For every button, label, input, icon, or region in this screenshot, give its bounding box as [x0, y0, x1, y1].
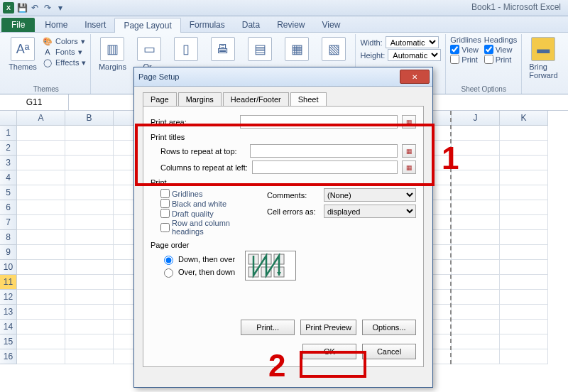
cols-repeat-input[interactable]: [252, 160, 398, 174]
gridlines-view-check[interactable]: View: [450, 45, 481, 54]
row-header[interactable]: 16: [0, 349, 17, 364]
fonts-button[interactable]: AFonts▾: [43, 47, 86, 57]
cancel-button[interactable]: Cancel: [362, 344, 416, 359]
dialog-tab-margins[interactable]: Margins: [178, 92, 222, 106]
cell[interactable]: [452, 290, 500, 305]
dialog-tab-page[interactable]: Page: [143, 92, 177, 106]
row-header[interactable]: 10: [0, 260, 17, 275]
order-over-radio[interactable]: Over, then down: [160, 266, 235, 278]
cell[interactable]: [500, 170, 548, 185]
cell[interactable]: [65, 305, 114, 320]
tab-home[interactable]: Home: [36, 18, 76, 32]
cell[interactable]: [65, 334, 114, 349]
cell[interactable]: [500, 126, 548, 141]
cell[interactable]: [65, 185, 114, 200]
width-combo[interactable]: Automatic: [386, 36, 439, 48]
cell[interactable]: [500, 200, 548, 215]
cell[interactable]: [17, 156, 65, 170]
comments-select[interactable]: (None): [324, 188, 416, 202]
ok-button[interactable]: OK: [302, 344, 356, 359]
cell[interactable]: [17, 305, 65, 320]
headings-view-check[interactable]: View: [484, 45, 517, 54]
name-box[interactable]: G11: [0, 94, 69, 110]
rows-repeat-input[interactable]: [250, 144, 398, 158]
cell[interactable]: [500, 156, 548, 170]
effects-button[interactable]: ◯Effects▾: [43, 58, 86, 67]
tab-page-layout[interactable]: Page Layout: [114, 18, 180, 33]
row-header[interactable]: 11: [0, 275, 17, 290]
cell[interactable]: [17, 275, 65, 290]
cell[interactable]: [452, 349, 500, 364]
cell[interactable]: [65, 320, 114, 334]
print-area-ref-button[interactable]: ▦: [402, 115, 416, 129]
cell[interactable]: [452, 334, 500, 349]
gridlines-print-check[interactable]: Print: [450, 55, 481, 64]
cell[interactable]: [65, 200, 114, 215]
col-header[interactable]: J: [452, 111, 500, 126]
cell[interactable]: [452, 215, 500, 230]
cell[interactable]: [500, 215, 548, 230]
cell[interactable]: [17, 320, 65, 334]
cell[interactable]: [500, 260, 548, 275]
cell[interactable]: [500, 141, 548, 156]
print-preview-button[interactable]: Print Preview: [300, 320, 356, 335]
tab-view[interactable]: View: [314, 18, 349, 32]
cell[interactable]: [17, 260, 65, 275]
print-rch-check[interactable]: Row and column headings: [160, 219, 250, 236]
headings-print-check[interactable]: Print: [484, 55, 517, 64]
cell[interactable]: [452, 185, 500, 200]
cell[interactable]: [452, 126, 500, 141]
cell[interactable]: [452, 275, 500, 290]
cell[interactable]: [452, 305, 500, 320]
tab-formulas[interactable]: Formulas: [181, 18, 234, 32]
tab-review[interactable]: Review: [268, 18, 313, 32]
row-header[interactable]: 4: [0, 170, 17, 185]
cell[interactable]: [500, 290, 548, 305]
cell[interactable]: [500, 305, 548, 320]
cell[interactable]: [17, 141, 65, 156]
row-header[interactable]: 7: [0, 215, 17, 230]
row-header[interactable]: 9: [0, 245, 17, 260]
row-header[interactable]: 6: [0, 200, 17, 215]
cell[interactable]: [65, 215, 114, 230]
cell[interactable]: [65, 126, 114, 141]
cell[interactable]: [500, 275, 548, 290]
cell[interactable]: [500, 349, 548, 364]
cell[interactable]: [65, 245, 114, 260]
cell[interactable]: [452, 260, 500, 275]
cell[interactable]: [17, 349, 65, 364]
row-header[interactable]: 2: [0, 141, 17, 156]
cell[interactable]: [17, 215, 65, 230]
row-header[interactable]: 15: [0, 334, 17, 349]
cell[interactable]: [500, 320, 548, 334]
cell[interactable]: [65, 349, 114, 364]
height-combo[interactable]: Automatic: [388, 49, 441, 61]
print-area-input[interactable]: [240, 115, 398, 129]
bring-forward-button[interactable]: ▬Bring Forward: [526, 36, 560, 81]
cell[interactable]: [17, 334, 65, 349]
cell[interactable]: [500, 185, 548, 200]
cell[interactable]: [500, 334, 548, 349]
cell[interactable]: [500, 245, 548, 260]
col-header[interactable]: A: [17, 111, 65, 126]
cell[interactable]: [65, 156, 114, 170]
print-draft-check[interactable]: Draft quality: [160, 209, 250, 218]
print-button[interactable]: Print...: [241, 320, 295, 335]
redo-icon[interactable]: ↷: [41, 1, 54, 14]
tab-data[interactable]: Data: [234, 18, 268, 32]
tab-file[interactable]: File: [1, 18, 35, 32]
dialog-tab-header-footer[interactable]: Header/Footer: [223, 92, 289, 106]
cell[interactable]: [452, 320, 500, 334]
print-bw-check[interactable]: Black and white: [160, 199, 250, 208]
save-icon[interactable]: 💾: [16, 1, 28, 14]
margins-button[interactable]: ▥Margins: [95, 36, 129, 72]
row-header[interactable]: 1: [0, 126, 17, 141]
cell[interactable]: [65, 290, 114, 305]
options-button[interactable]: Options...: [362, 320, 416, 335]
cell[interactable]: [17, 200, 65, 215]
cell[interactable]: [17, 230, 65, 245]
order-down-radio[interactable]: Down, then over: [160, 254, 235, 265]
col-header[interactable]: B: [65, 111, 114, 126]
cell[interactable]: [17, 185, 65, 200]
print-gridlines-check[interactable]: Gridlines: [160, 189, 250, 198]
